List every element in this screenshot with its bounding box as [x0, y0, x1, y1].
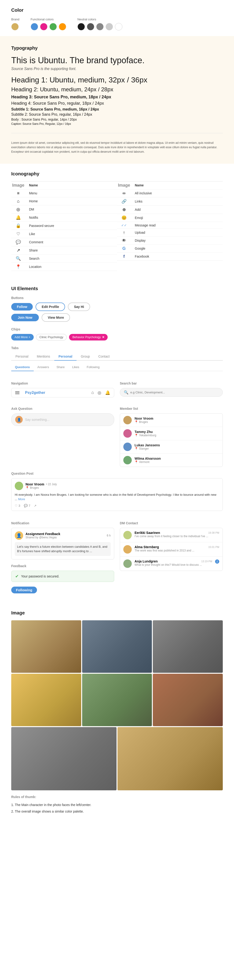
heading-3-example: Heading 3: Source Sans Pro, medium, 18px…	[11, 95, 223, 100]
notif-avatar: 👤	[15, 531, 23, 540]
neutral-color-group: Neutral colors	[77, 18, 122, 30]
icon-row-location: 📍 Location	[11, 263, 117, 271]
chip-clinic-psychology[interactable]: Clinic Psychology	[36, 334, 67, 340]
nav-home-icon[interactable]: ⌂	[91, 390, 94, 395]
member-avatar-noor	[123, 416, 132, 424]
member-info-tammy: Tammy Zhu 📍Yekaterinburg	[134, 430, 156, 437]
member-loc-wilma: 📍Vermont	[134, 460, 161, 464]
navigation-subsection: Navigation Psy2gether ⌂ ◎ 🔔	[11, 377, 114, 398]
buttons-subsection: Buttons Follow Edit Profile Say Hi Join …	[11, 296, 223, 322]
edit-profile-button[interactable]: Edit Profile	[36, 302, 65, 311]
icon-row-menu: ≡ Menu	[11, 189, 117, 197]
tab-personal-2[interactable]: Personal	[54, 353, 76, 361]
nav-notif-icon[interactable]: 🔔	[105, 390, 110, 395]
icon-col-name-header-r: Name	[135, 183, 223, 187]
tab-questions[interactable]: Questions	[11, 363, 34, 371]
notif-body: Let's say there's a future election betw…	[15, 542, 111, 556]
rules-section: Rules of thumb: 1. The Main character in…	[11, 795, 223, 815]
icon-row-google: G Google	[117, 245, 223, 253]
dm-contact-subsection: DM Contact Eerikki Saarinen 19:38 PM I'v…	[120, 517, 223, 582]
notif-time: 6 h	[107, 534, 111, 537]
dm-name-anja: Anja Lundgren	[134, 560, 158, 563]
chip-add-more[interactable]: Add More +	[11, 334, 34, 340]
member-list: Noor Vroom 📍Bruges Tammy Zhu 📍Yekaterinb…	[120, 413, 223, 467]
icon-name-share: Share	[29, 248, 117, 252]
iconography-section: Iconography Image Name ≡ Menu ⌂ Home ◎ D…	[0, 164, 234, 278]
tab-likes[interactable]: Likes	[68, 363, 83, 371]
comment-action[interactable]: 💬 7	[24, 504, 30, 508]
view-more-button[interactable]: View More	[42, 313, 70, 322]
search-bar[interactable]: 🔍	[120, 388, 223, 397]
follow-button[interactable]: Follow	[11, 303, 33, 310]
say-hi-button[interactable]: Say Hi	[68, 302, 90, 311]
search-input[interactable]	[130, 391, 219, 394]
icon-name-menu: Menu	[29, 191, 117, 195]
emoji-icon: 😊	[117, 215, 131, 220]
icon-name-search: Search	[29, 257, 117, 260]
icon-name-facebook: Facebook	[135, 255, 223, 258]
notification-box: 👤 Assignment Feedback Shared by @benu.Ve…	[11, 528, 114, 560]
icon-row-add: ⊕ Add	[117, 205, 223, 214]
image-5	[82, 674, 152, 726]
question-post-label: Question Post	[11, 472, 223, 476]
image-1	[11, 620, 81, 673]
location-icon: 📍	[11, 264, 25, 269]
chip-behavior-psychology[interactable]: Behavior Psychology ×	[69, 334, 108, 340]
brand-swatches	[11, 23, 19, 30]
tab-share[interactable]: Share	[53, 363, 68, 371]
nav-dm-icon[interactable]: ◎	[98, 390, 101, 395]
tab-following[interactable]: Following	[83, 363, 103, 371]
icon-name-google: Google	[135, 247, 223, 250]
functional-swatch-3	[49, 23, 57, 30]
member-item-noor: Noor Vroom 📍Bruges	[120, 414, 223, 427]
icon-row-dm: ◎ DM	[11, 205, 117, 213]
tab-contact[interactable]: Contact	[94, 353, 114, 361]
caption-example: Caption: Source Sans Pro, Regular, 12px …	[11, 122, 223, 126]
tab-personal-1[interactable]: Personal	[11, 353, 33, 361]
icon-name-comment: Comment	[29, 240, 117, 244]
icon-name-emoji: Emoji	[135, 216, 223, 220]
functional-swatches	[31, 23, 66, 30]
icon-row-search: 🔍 Search	[11, 255, 117, 263]
tab-answers[interactable]: Answers	[34, 363, 53, 371]
location-pin-icon-3: 📍	[134, 447, 138, 450]
display-icon: 👁	[117, 238, 131, 243]
icon-name-allinclusive: All inclusive	[135, 191, 223, 195]
post-body: Hi everybody. I am Noora from Bruges. I …	[15, 492, 219, 501]
buttons-label: Buttons	[11, 296, 223, 300]
neutral-swatch-1	[77, 23, 85, 30]
icon-name-add: Add	[135, 208, 223, 212]
rule-2: 2. The overall image shows a similar col…	[11, 808, 223, 815]
chip-close-icon[interactable]: ×	[102, 335, 104, 339]
more-link[interactable]: More	[18, 497, 25, 501]
image-2	[82, 620, 152, 673]
member-avatar-wilma	[123, 456, 132, 465]
tab-mentions[interactable]: Mentions	[33, 353, 54, 361]
dm-item-anja: Anja Lundgren 13:19 PM What is your thou…	[120, 557, 223, 571]
icon-col-left: Image Name ≡ Menu ⌂ Home ◎ DM 🔔 Notifis …	[11, 181, 117, 271]
join-now-button[interactable]: Join Now	[11, 314, 39, 321]
tabs-subsection: Tabs Personal Mentions Personal Group Co…	[11, 346, 223, 371]
hamburger-line-1	[15, 391, 19, 392]
icon-row-display: 👁 Display	[117, 237, 223, 245]
tab-group[interactable]: Group	[76, 353, 94, 361]
question-post-subsection: Question Post Noor Vroom • 22 July 📍Brug…	[11, 472, 223, 511]
heading-4-example: Heading 4: Source Sans Pro, regular, 18p…	[11, 101, 223, 106]
functional-swatch-2	[40, 23, 47, 30]
question-post: Noor Vroom • 22 July 📍Bruges Hi everybod…	[11, 478, 223, 511]
dm-time-eerikki: 19:38 PM	[208, 531, 219, 534]
member-info-lukas: Lukas Janssens 📍Stanger	[134, 443, 160, 450]
icon-row-home: ⌂ Home	[11, 197, 117, 205]
ask-input[interactable]: 👤 Say something...	[11, 413, 114, 426]
location-pin-icon: 📍	[134, 420, 138, 423]
like-action[interactable]: ♡ 3	[15, 504, 20, 508]
password-icon: 🔒	[11, 223, 25, 228]
hamburger-icon[interactable]	[15, 391, 19, 394]
post-location: 📍Bruges	[25, 486, 57, 489]
following-chip[interactable]: Following	[11, 587, 37, 593]
hamburger-line-2	[15, 393, 19, 393]
share-action[interactable]: ↗	[34, 504, 36, 508]
icon-row-facebook: f Facebook	[117, 253, 223, 261]
member-info-noor: Noor Vroom 📍Bruges	[134, 417, 153, 423]
neutral-swatch-5	[115, 23, 122, 30]
